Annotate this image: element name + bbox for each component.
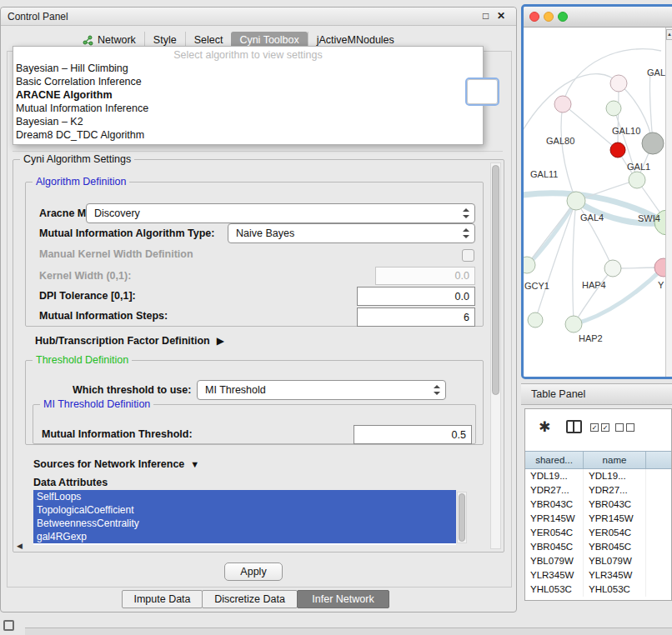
mi-steps-input[interactable] (357, 308, 475, 327)
network-node-gal10[interactable] (610, 142, 625, 158)
settings-scrollbar-thumb[interactable] (492, 165, 499, 395)
which-threshold-combo[interactable]: MI Threshold (197, 380, 446, 400)
cell-shared-name: YLR345W (525, 568, 584, 582)
unchecked-checkbox-icon (626, 423, 634, 432)
restore-icon[interactable]: □ (483, 10, 489, 22)
columns-icon[interactable] (566, 420, 582, 433)
algorithm-option[interactable]: Basic Correlation Inference (13, 75, 483, 88)
mi-threshold-input[interactable] (354, 425, 472, 444)
network-node-gal4[interactable] (567, 192, 585, 210)
hub-definition-expander[interactable]: Hub/Transcription Factor Definition ▶ (35, 335, 224, 347)
table-window: ✱ ✓✓ shared... name YDL19... YDL19... 13… (524, 408, 672, 601)
cyni-settings-group-title: Cyni Algorithm Settings (20, 153, 134, 165)
network-canvas[interactable]: GAL GAL80 GAL10 GAL11 GAL1 SWI4 GAL4 GCY… (524, 28, 672, 377)
settings-scrollbar[interactable] (490, 162, 501, 549)
network-node[interactable] (554, 96, 571, 112)
cell-name: YBR045C (584, 540, 646, 554)
cell-name: YDR27... (584, 483, 646, 498)
attributes-scrollbar[interactable] (457, 492, 467, 543)
network-node-hap4[interactable] (604, 260, 621, 277)
close-traffic-light[interactable] (529, 12, 539, 22)
algorithm-option[interactable]: Bayesian – K2 (13, 115, 483, 128)
table-row[interactable]: YHL053C YHL053C (525, 582, 671, 597)
network-node-gal1[interactable] (629, 172, 645, 188)
network-node-label: GAL1 (627, 162, 650, 172)
bottom-tab-discretize-data[interactable]: Discretize Data (202, 590, 298, 608)
column-header-name[interactable]: name (584, 452, 646, 468)
table-row[interactable]: YDL19... YDL19... 13 (525, 469, 671, 483)
scroll-left-icon[interactable]: ◀ (17, 542, 23, 550)
canvas-scrollbar[interactable]: ▲ (665, 28, 672, 377)
table-row[interactable]: YER054C YER054C 8. (525, 526, 671, 540)
hub-definition-label: Hub/Transcription Factor Definition (35, 335, 210, 347)
cell-shared-name: YBR043C (525, 498, 584, 512)
checked-checkbox-icon: ✓ (601, 423, 609, 432)
network-node-label: HAP4 (582, 280, 606, 290)
table-row[interactable]: YBR045C YBR045C 9. (525, 540, 671, 554)
attributes-scrollbar-thumb[interactable] (459, 493, 465, 542)
gear-icon[interactable]: ✱ (539, 418, 550, 436)
scroll-up-icon[interactable]: ▲ (666, 29, 672, 40)
kernel-width-input[interactable] (375, 267, 475, 285)
list-item[interactable]: gal4RGexp (33, 530, 456, 543)
network-graph: GAL GAL80 GAL10 GAL11 GAL1 SWI4 GAL4 GCY… (524, 28, 665, 377)
expand-right-icon: ▶ (217, 335, 224, 347)
mi-steps-label: Mutual Information Steps: (39, 310, 168, 322)
control-panel-title: Control Panel (8, 11, 68, 22)
unchecked-checkbox-icon (615, 423, 624, 432)
mi-threshold-group-title: MI Threshold Definition (40, 398, 153, 410)
deselect-all-checks-icon[interactable] (615, 423, 637, 435)
algorithm-option[interactable]: Mutual Information Inference (13, 102, 483, 115)
apply-button[interactable]: Apply (224, 562, 283, 581)
select-all-checks-icon[interactable]: ✓✓ (590, 423, 612, 435)
cell-shared-name: YDL19... (525, 469, 584, 483)
sources-collapser[interactable]: Sources for Network Inference ▼ (33, 458, 199, 470)
mi-algorithm-type-combo[interactable]: Naive Bayes (228, 223, 475, 243)
table-row[interactable]: YBL079W YBL079W (525, 554, 671, 568)
column-header-shared-name[interactable]: shared... (525, 452, 584, 468)
table-row[interactable]: YBR043C YBR043C (525, 498, 671, 512)
network-node[interactable] (528, 312, 543, 328)
data-attributes-label: Data Attributes (33, 477, 108, 488)
network-node[interactable] (606, 101, 621, 116)
aracne-mode-combo[interactable]: Discovery (86, 203, 475, 223)
algorithm-dropdown-popup: Select algorithm to view settings Bayesi… (13, 46, 484, 145)
bottom-tab-impute-data[interactable]: Impute Data (122, 590, 203, 608)
control-panel-titlebar[interactable]: Control Panel □ ✕ (1, 8, 516, 26)
cell-shared-name: YDR27... (525, 483, 584, 498)
obscured-group-border (13, 151, 503, 152)
zoom-traffic-light[interactable] (558, 12, 568, 22)
list-item[interactable]: TopologicalCoefficient (33, 503, 456, 517)
network-node-label: GAL80 (546, 136, 574, 146)
cell-name: YBL079W (584, 554, 646, 568)
algorithm-option[interactable]: Dream8 DC_TDC Algorithm (13, 128, 483, 142)
checked-checkbox-icon: ✓ (590, 423, 599, 432)
table-panel-titlebar[interactable]: Table Panel (521, 383, 672, 405)
mi-algorithm-type-value: Naive Bayes (236, 228, 294, 239)
minimize-traffic-light[interactable] (544, 12, 554, 22)
network-node[interactable] (642, 132, 664, 154)
table-row[interactable]: YLR345W YLR345W 9. (525, 568, 671, 582)
mi-algorithm-type-label: Mutual Information Algorithm Type: (39, 228, 214, 239)
network-titlebar[interactable] (524, 7, 672, 28)
list-item[interactable]: BetweennessCentrality (33, 517, 456, 530)
bottom-tab-infer-network[interactable]: Infer Network (297, 590, 389, 608)
cell-name: YBR043C (584, 498, 646, 512)
list-item[interactable]: SelfLoops (33, 490, 456, 503)
panel-dock-icon[interactable] (3, 620, 14, 631)
close-icon[interactable]: ✕ (497, 10, 505, 22)
cell-shared-name: YPR145W (525, 512, 584, 526)
table-row[interactable]: YDR27... YDR27... 12 (525, 483, 671, 498)
cyni-algorithm-settings-group: Cyni Algorithm Settings Algorithm Defini… (13, 159, 504, 552)
focused-spinner-field[interactable] (465, 78, 499, 106)
dpi-tolerance-input[interactable] (357, 287, 475, 306)
algorithm-option-selected[interactable]: ARACNE Algorithm (13, 88, 483, 102)
network-node-label: GAL10 (612, 126, 640, 136)
cell-shared-name: YBR045C (525, 540, 584, 554)
algorithm-option[interactable]: Bayesian – Hill Climbing (13, 62, 483, 75)
table-row[interactable]: YPR145W YPR145W 9. (525, 512, 671, 526)
network-node[interactable] (610, 75, 627, 92)
sources-label: Sources for Network Inference (33, 458, 184, 470)
network-node-hap2[interactable] (565, 316, 582, 332)
manual-kernel-width-checkbox[interactable] (462, 249, 474, 262)
